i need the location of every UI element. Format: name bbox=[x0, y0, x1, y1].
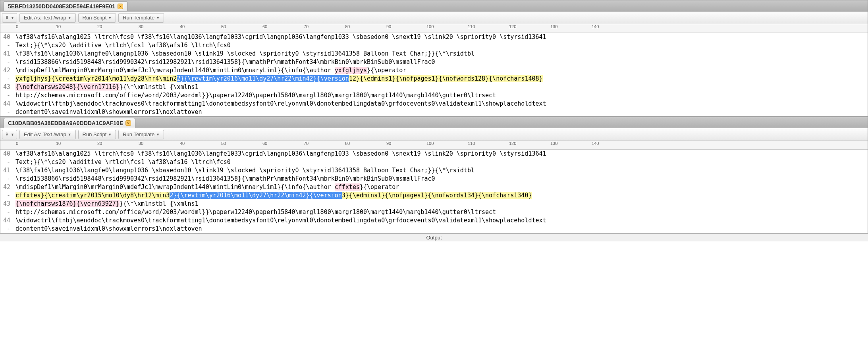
chevron-down-icon: ▼ bbox=[11, 133, 14, 137]
ruler-tick: 0 bbox=[16, 141, 18, 146]
line-number: 44 bbox=[2, 100, 10, 108]
line-number: 42 bbox=[2, 183, 10, 191]
editor-pane-2: C10DABB05A38EDD8A9A0DDDA1C9AF10E × ⇞▼ Ed… bbox=[0, 117, 868, 233]
text-row: \af38\afs16\alang1025 \ltrch\fcs0 \f38\f… bbox=[15, 150, 868, 158]
edit-as-button[interactable]: Edit As: Text /wrap▼ bbox=[19, 130, 76, 139]
line-number: 40 bbox=[2, 150, 10, 158]
ruler-tick: 40 bbox=[180, 141, 185, 146]
text-row: Text;}{\*\cs20 \additive \rtlch\fcs1 \af… bbox=[15, 158, 868, 166]
ruler-tick: 0 bbox=[16, 24, 18, 29]
expand-button[interactable]: ⇞▼ bbox=[2, 130, 17, 139]
close-icon[interactable]: × bbox=[125, 120, 131, 126]
chevron-down-icon: ▼ bbox=[156, 133, 160, 137]
text-row: \mdispDef1\mlMargin0\mrMargin0\mdefJc1\m… bbox=[15, 66, 868, 75]
text-row: Text;}{\*\cs20 \additive \rtlch\fcs1 \af… bbox=[15, 41, 868, 50]
text-row: {\nofcharsws2048}{\vern17116}}{\*\xmlnst… bbox=[15, 83, 868, 91]
line-gutter: 40-41-42-43-44- bbox=[0, 150, 13, 233]
ruler-tick: 130 bbox=[550, 141, 557, 146]
line-number: 44 bbox=[2, 216, 10, 225]
chevron-down-icon: ▼ bbox=[11, 16, 14, 20]
text-row: \widowctrl\ftnbj\aenddoc\trackmoves0\tra… bbox=[15, 216, 868, 225]
text-row: cffxtes}{\creatim\yr2015\mo10\dy8\hr12\m… bbox=[15, 191, 868, 200]
run-script-button[interactable]: Run Script▼ bbox=[78, 13, 116, 23]
editor-content[interactable]: 40-41-42-43-44- \af38\afs16\alang1025 \l… bbox=[0, 33, 868, 116]
ruler-tick: 50 bbox=[221, 24, 226, 29]
line-number: - bbox=[2, 41, 10, 50]
ruler-tick: 100 bbox=[426, 141, 434, 146]
close-icon[interactable]: × bbox=[118, 4, 123, 9]
text-row: dcontent0\saveinvalidxml0\showxmlerrors1… bbox=[15, 225, 868, 233]
output-label: Output bbox=[0, 233, 868, 241]
edit-as-button[interactable]: Edit As: Text /wrap▼ bbox=[19, 13, 76, 23]
tab-bar: 5EBFD13250DD0408E3DE594E419F9E01 × bbox=[0, 0, 868, 12]
text-row: http://schemas.microsoft.com/office/word… bbox=[15, 91, 868, 100]
ruler-tick: 80 bbox=[345, 141, 350, 146]
ruler: 0102030405060708090100110120130140 bbox=[0, 141, 868, 150]
run-template-button[interactable]: Run Template▼ bbox=[118, 130, 164, 139]
ruler-tick: 140 bbox=[592, 24, 599, 29]
tab-bar: C10DABB05A38EDD8A9A0DDDA1C9AF10E × bbox=[0, 117, 868, 128]
toolbar: ⇞▼ Edit As: Text /wrap▼ Run Script▼ Run … bbox=[0, 12, 868, 24]
ruler-tick: 60 bbox=[262, 141, 267, 146]
file-tab[interactable]: C10DABB05A38EDD8A9A0DDDA1C9AF10E × bbox=[4, 118, 135, 128]
line-number: - bbox=[2, 191, 10, 200]
toolbar: ⇞▼ Edit As: Text /wrap▼ Run Script▼ Run … bbox=[0, 128, 868, 141]
line-number: - bbox=[2, 91, 10, 100]
file-tab[interactable]: 5EBFD13250DD0408E3DE594E419F9E01 × bbox=[4, 1, 127, 11]
expand-button[interactable]: ⇞▼ bbox=[2, 13, 17, 23]
line-number: - bbox=[2, 108, 10, 116]
ruler-tick: 70 bbox=[304, 141, 309, 146]
ruler-tick: 90 bbox=[386, 141, 391, 146]
run-script-button[interactable]: Run Script▼ bbox=[78, 130, 116, 139]
ruler-tick: 120 bbox=[509, 24, 516, 29]
text-row: \rsid1538866\rsid5198448\rsid9990342\rsi… bbox=[15, 175, 868, 183]
ruler-tick: 140 bbox=[592, 141, 599, 146]
chevron-down-icon: ▼ bbox=[156, 16, 160, 20]
line-number: 41 bbox=[2, 50, 10, 58]
text-area[interactable]: \af38\afs16\alang1025 \ltrch\fcs0 \f38\f… bbox=[13, 150, 868, 233]
chevron-down-icon: ▼ bbox=[108, 133, 112, 137]
line-gutter: 40-41-42-43-44- bbox=[0, 33, 13, 116]
line-number: 40 bbox=[2, 33, 10, 41]
ruler-tick: 30 bbox=[139, 24, 143, 29]
text-row: http://schemas.microsoft.com/office/word… bbox=[15, 208, 868, 216]
editor-content[interactable]: 40-41-42-43-44- \af38\afs16\alang1025 \l… bbox=[0, 150, 868, 233]
ruler-tick: 120 bbox=[509, 141, 516, 146]
ruler-tick: 60 bbox=[262, 24, 267, 29]
line-number: 42 bbox=[2, 66, 10, 75]
text-row: {\nofcharsws1876}{\vern63927}}{\*\xmlnst… bbox=[15, 200, 868, 208]
text-row: dcontent0\saveinvalidxml0\showxmlerrors1… bbox=[15, 108, 868, 116]
line-number: - bbox=[2, 175, 10, 183]
chevron-down-icon: ▼ bbox=[68, 16, 71, 20]
chevron-down-icon: ▼ bbox=[68, 133, 71, 137]
text-row: yxfgljhys}{\creatim\yr2014\mo11\dy28\hr4… bbox=[15, 75, 868, 83]
text-row: \widowctrl\ftnbj\aenddoc\trackmoves0\tra… bbox=[15, 100, 868, 108]
text-row: \f38\fs16\lang1036\langfe0\langnp1036 \s… bbox=[15, 50, 868, 58]
line-number: - bbox=[2, 58, 10, 66]
tab-title: C10DABB05A38EDD8A9A0DDDA1C9AF10E bbox=[8, 120, 123, 126]
ruler-tick: 30 bbox=[139, 141, 143, 146]
line-number: - bbox=[2, 75, 10, 83]
tab-title: 5EBFD13250DD0408E3DE594E419F9E01 bbox=[8, 3, 115, 10]
line-number: - bbox=[2, 208, 10, 216]
ruler-tick: 110 bbox=[468, 24, 475, 29]
ruler: 0102030405060708090100110120130140 bbox=[0, 24, 868, 33]
ruler-tick: 130 bbox=[550, 24, 557, 29]
text-row: \mdispDef1\mlMargin0\mrMargin0\mdefJc1\m… bbox=[15, 183, 868, 191]
ruler-tick: 20 bbox=[97, 24, 102, 29]
ruler-tick: 70 bbox=[304, 24, 309, 29]
ruler-tick: 20 bbox=[97, 141, 102, 146]
line-number: - bbox=[2, 225, 10, 233]
line-number: 43 bbox=[2, 83, 10, 91]
ruler-tick: 110 bbox=[468, 141, 475, 146]
line-number: - bbox=[2, 158, 10, 166]
line-number: 41 bbox=[2, 166, 10, 175]
run-template-button[interactable]: Run Template▼ bbox=[118, 13, 164, 23]
text-row: \af38\afs16\alang1025 \ltrch\fcs0 \f38\f… bbox=[15, 33, 868, 41]
editor-pane-1: 5EBFD13250DD0408E3DE594E419F9E01 × ⇞▼ Ed… bbox=[0, 0, 868, 117]
text-row: \f38\fs16\lang1036\langfe0\langnp1036 \s… bbox=[15, 166, 868, 175]
line-number: 43 bbox=[2, 200, 10, 208]
ruler-tick: 10 bbox=[56, 141, 61, 146]
ruler-tick: 40 bbox=[180, 24, 185, 29]
text-area[interactable]: \af38\afs16\alang1025 \ltrch\fcs0 \f38\f… bbox=[13, 33, 868, 116]
